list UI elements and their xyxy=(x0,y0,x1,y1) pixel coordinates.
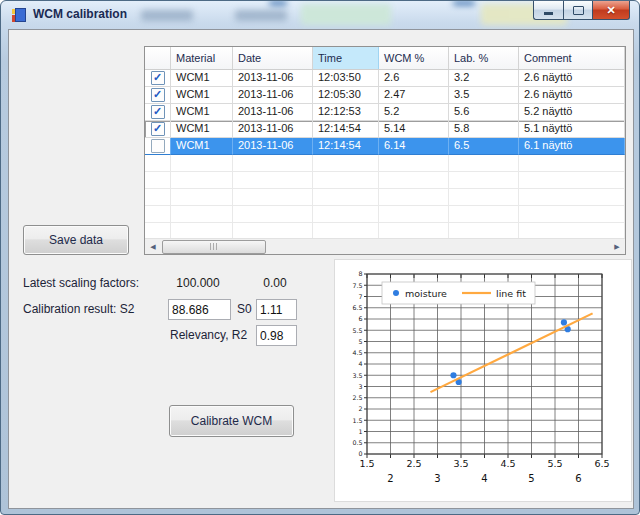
cell-time[interactable]: 12:05:30 xyxy=(313,87,379,104)
save-data-button[interactable]: Save data xyxy=(23,225,129,255)
empty-cell xyxy=(171,189,233,206)
table-row[interactable]: ✓WCM12013-11-0612:03:502.63.22.6 näyttö xyxy=(145,70,625,87)
scroll-left-arrow-icon[interactable]: ◀ xyxy=(145,239,161,254)
cell-time[interactable]: 12:14:54 xyxy=(313,138,379,155)
scrollbar-thumb[interactable] xyxy=(162,240,266,254)
cell-lab[interactable]: 3.5 xyxy=(449,87,519,104)
checkbox-cell[interactable]: ✓ xyxy=(145,70,171,87)
background-blur-artifact xyxy=(141,10,193,21)
empty-cell xyxy=(145,155,171,172)
cell-material[interactable]: WCM1 xyxy=(171,104,233,121)
empty-cell xyxy=(449,189,519,206)
cell-time[interactable]: 12:03:50 xyxy=(313,70,379,87)
svg-text:8: 8 xyxy=(358,270,362,277)
empty-cell xyxy=(519,206,625,223)
cell-material[interactable]: WCM1 xyxy=(171,70,233,87)
row-checkbox[interactable]: ✓ xyxy=(151,105,165,119)
svg-text:6: 6 xyxy=(575,473,581,484)
cell-material[interactable]: WCM1 xyxy=(171,121,233,138)
scrollbar-grip-icon xyxy=(210,243,219,250)
empty-cell xyxy=(233,206,313,223)
calibration-chart: 1.522.533.544.555.566.500.511.522.533.54… xyxy=(335,260,631,501)
column-header-lab[interactable]: Lab. % xyxy=(449,47,519,69)
svg-text:0.5: 0.5 xyxy=(352,439,362,446)
empty-cell xyxy=(519,155,625,172)
checkbox-cell[interactable]: ✓ xyxy=(145,104,171,121)
column-header-material[interactable]: Material xyxy=(171,47,233,69)
horizontal-scrollbar[interactable]: ◀ ▶ xyxy=(145,238,625,254)
scaling-factors-label: Latest scaling factors: xyxy=(23,276,139,290)
cell-time[interactable]: 12:12:53 xyxy=(313,104,379,121)
empty-row xyxy=(145,189,625,206)
table-row[interactable]: ✓WCM12013-11-0612:12:535.25.65.2 näyttö xyxy=(145,104,625,121)
cell-time[interactable]: 12:14:54 xyxy=(313,121,379,138)
calibration-data-grid[interactable]: MaterialDateTimeWCM %Lab. %Comment ✓WCM1… xyxy=(144,46,626,255)
empty-cell xyxy=(379,189,449,206)
row-checkbox[interactable]: ✓ xyxy=(151,88,165,102)
cell-lab[interactable]: 5.8 xyxy=(449,121,519,138)
svg-text:1.5: 1.5 xyxy=(352,417,362,424)
cell-wcm[interactable]: 5.14 xyxy=(379,121,449,138)
svg-text:1: 1 xyxy=(358,428,362,435)
checkbox-cell[interactable] xyxy=(145,138,171,155)
cell-comment[interactable]: 5.1 näyttö xyxy=(519,121,625,138)
cell-comment[interactable]: 2.6 näyttö xyxy=(519,87,625,104)
cell-date[interactable]: 2013-11-06 xyxy=(233,70,313,87)
checkbox-cell[interactable]: ✓ xyxy=(145,121,171,138)
minimize-button[interactable] xyxy=(533,1,563,20)
s0-value-field[interactable] xyxy=(256,299,297,320)
s0-label: S0 xyxy=(237,302,252,316)
row-checkbox[interactable]: ✓ xyxy=(151,71,165,85)
cell-date[interactable]: 2013-11-06 xyxy=(233,104,313,121)
empty-cell xyxy=(519,189,625,206)
close-icon: ✕ xyxy=(606,4,615,17)
svg-text:6.5: 6.5 xyxy=(352,304,362,311)
table-row[interactable]: ✓WCM12013-11-0612:05:302.473.52.6 näyttö xyxy=(145,87,625,104)
cell-comment[interactable]: 6.1 näyttö xyxy=(519,138,625,155)
column-header-checkbox[interactable] xyxy=(145,47,171,69)
cell-date[interactable]: 2013-11-06 xyxy=(233,87,313,104)
empty-cell xyxy=(519,172,625,189)
cell-material[interactable]: WCM1 xyxy=(171,138,233,155)
column-header-time[interactable]: Time xyxy=(313,47,379,69)
title-bar[interactable]: WCM calibration ✕ xyxy=(1,1,639,29)
cell-date[interactable]: 2013-11-06 xyxy=(233,138,313,155)
checkbox-cell[interactable]: ✓ xyxy=(145,87,171,104)
cell-wcm[interactable]: 2.6 xyxy=(379,70,449,87)
cell-wcm[interactable]: 2.47 xyxy=(379,87,449,104)
row-checkbox[interactable]: ✓ xyxy=(151,122,165,136)
column-header-date[interactable]: Date xyxy=(233,47,313,69)
calibration-result-label: Calibration result: S2 xyxy=(23,302,134,316)
minimize-icon xyxy=(544,12,553,15)
svg-text:5.5: 5.5 xyxy=(352,327,362,334)
cell-wcm[interactable]: 5.2 xyxy=(379,104,449,121)
r2-value-field[interactable] xyxy=(256,325,297,346)
cell-wcm[interactable]: 6.14 xyxy=(379,138,449,155)
calibrate-wcm-button[interactable]: Calibrate WCM xyxy=(169,405,294,437)
table-row[interactable]: ✓WCM12013-11-0612:14:545.145.85.1 näyttö xyxy=(145,121,625,138)
row-checkbox[interactable] xyxy=(151,139,165,153)
cell-comment[interactable]: 2.6 näyttö xyxy=(519,70,625,87)
cell-material[interactable]: WCM1 xyxy=(171,87,233,104)
empty-cell xyxy=(313,189,379,206)
empty-cell xyxy=(449,172,519,189)
cell-lab[interactable]: 5.6 xyxy=(449,104,519,121)
column-header-wcm[interactable]: WCM % xyxy=(379,47,449,69)
empty-cell xyxy=(145,189,171,206)
cell-lab[interactable]: 6.5 xyxy=(449,138,519,155)
column-header-comment[interactable]: Comment xyxy=(519,47,625,69)
maximize-button[interactable] xyxy=(563,1,593,20)
scroll-right-arrow-icon[interactable]: ▶ xyxy=(609,239,625,254)
background-blur-artifact xyxy=(235,10,287,21)
cell-comment[interactable]: 5.2 näyttö xyxy=(519,104,625,121)
svg-text:6: 6 xyxy=(358,315,362,322)
svg-text:2: 2 xyxy=(358,405,362,412)
close-button[interactable]: ✕ xyxy=(593,1,630,20)
window-controls: ✕ xyxy=(533,1,630,20)
cell-date[interactable]: 2013-11-06 xyxy=(233,121,313,138)
s2-value-field[interactable] xyxy=(168,299,231,320)
table-row[interactable]: WCM12013-11-0612:14:546.146.56.1 näyttö xyxy=(145,138,625,155)
calibration-chart-panel: 1.522.533.544.555.566.500.511.522.533.54… xyxy=(334,259,632,502)
empty-cell xyxy=(171,206,233,223)
cell-lab[interactable]: 3.2 xyxy=(449,70,519,87)
